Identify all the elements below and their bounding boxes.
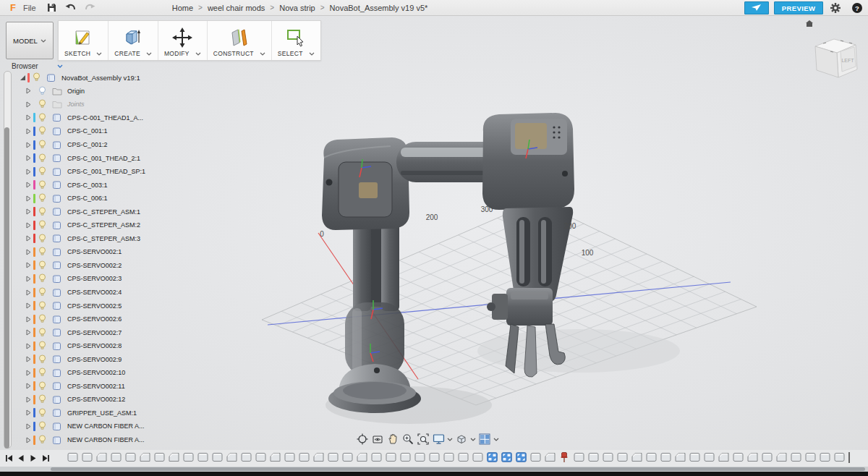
display-settings-chevron[interactable] [447, 438, 453, 441]
timeline-body-icon[interactable] [385, 451, 396, 463]
tree-row[interactable]: CPS-SERVO002:2 [13, 259, 145, 273]
tree-row[interactable]: GRIPPER_USE_ASM:1 [13, 407, 145, 420]
expand-triangle-icon[interactable] [25, 383, 32, 389]
expand-triangle-icon[interactable] [25, 276, 32, 282]
timeline-body-icon[interactable] [240, 451, 252, 463]
timeline-component-icon[interactable] [674, 451, 686, 463]
orbit-icon[interactable] [356, 433, 369, 446]
tree-row[interactable]: CPS-SERVO002:8 [13, 339, 145, 353]
visibility-bulb-icon[interactable] [38, 301, 47, 311]
tree-row[interactable]: CPS-SERVO002:3 [13, 272, 145, 286]
expand-triangle-icon[interactable] [25, 169, 32, 175]
visibility-bulb-icon[interactable] [38, 126, 47, 136]
tool-group-construct[interactable]: CONSTRUCT [208, 21, 272, 60]
timeline-body-icon[interactable] [472, 451, 483, 463]
breadcrumb-folder-2[interactable]: Nova strip [279, 4, 315, 12]
timeline-scrollbar[interactable] [0, 467, 868, 472]
expand-triangle-icon[interactable] [25, 396, 32, 403]
tree-row[interactable]: CPS-C_001_THEAD_SP:1 [13, 165, 145, 179]
look-at-icon[interactable] [371, 433, 384, 446]
expand-triangle-icon[interactable] [25, 370, 32, 376]
timeline-component-icon[interactable] [168, 451, 179, 463]
timeline-body-icon[interactable] [819, 451, 830, 463]
visibility-bulb-icon[interactable] [38, 408, 47, 418]
timeline-body-icon[interactable] [284, 451, 295, 463]
pan-icon[interactable] [386, 433, 399, 446]
timeline-body-icon[interactable] [124, 451, 136, 463]
browser-scrollbar-thumb[interactable] [4, 127, 9, 449]
tree-row[interactable]: CPS-C_STEPER_ASM:3 [13, 232, 145, 246]
expand-triangle-icon[interactable] [25, 222, 32, 229]
expand-triangle-icon[interactable] [25, 182, 32, 188]
undo-icon[interactable] [64, 2, 78, 14]
timeline-body-icon[interactable] [833, 451, 845, 463]
timeline-component-icon[interactable] [544, 451, 556, 463]
expand-triangle-icon[interactable] [25, 208, 32, 215]
visibility-bulb-icon[interactable] [38, 99, 47, 109]
timeline-component-icon[interactable] [226, 451, 237, 463]
timeline-body-icon[interactable] [153, 451, 165, 463]
tree-row[interactable]: NovaBot_Assembly v19:1 [13, 71, 145, 85]
visibility-bulb-icon[interactable] [38, 394, 47, 404]
timeline-body-icon[interactable] [370, 451, 382, 463]
tree-row[interactable]: CPS-C_001_THEAD_2:1 [13, 151, 145, 165]
tree-row[interactable]: CPS-SERVO002:7 [13, 326, 145, 339]
timeline-body-icon[interactable] [211, 451, 223, 463]
visibility-bulb-icon[interactable] [38, 367, 47, 378]
visibility-bulb-icon[interactable] [38, 166, 47, 177]
timeline-body-icon[interactable] [255, 451, 266, 463]
visibility-bulb-icon[interactable] [38, 113, 47, 123]
expand-triangle-icon[interactable] [25, 302, 32, 309]
timeline-body-icon[interactable] [457, 451, 469, 463]
settings-gear-icon[interactable] [828, 2, 843, 14]
tree-row[interactable]: CPS-SERVO002:1 [13, 245, 145, 259]
tree-row[interactable]: CPS-C_STEPER_ASM:2 [13, 218, 145, 232]
timeline-body-icon[interactable] [602, 451, 613, 463]
tree-row[interactable]: CPS-SERVO002:9 [13, 352, 145, 366]
timeline-body-icon[interactable] [645, 451, 657, 463]
tree-row[interactable]: CPS-SERVO002:11 [13, 380, 145, 394]
timeline-skip-end-button[interactable] [41, 453, 50, 463]
timeline-body-icon[interactable] [414, 451, 425, 463]
timeline-body-icon[interactable] [67, 451, 78, 463]
tree-row[interactable]: CPS-SERVO002:6 [13, 313, 145, 326]
timeline-body-icon[interactable] [197, 451, 208, 463]
expand-triangle-icon[interactable] [25, 142, 32, 148]
visibility-bulb-icon[interactable] [38, 140, 47, 150]
expand-triangle-icon[interactable] [25, 155, 32, 161]
expand-triangle-icon[interactable] [25, 262, 32, 268]
visibility-bulb-icon[interactable] [38, 273, 47, 284]
timeline-pin-icon[interactable] [558, 451, 570, 463]
timeline-body-icon[interactable] [587, 451, 599, 463]
expand-triangle-icon[interactable] [25, 409, 32, 416]
tree-row[interactable]: CPS-SERVO002:4 [13, 286, 145, 299]
collapse-triangle-icon[interactable] [19, 75, 26, 81]
tree-row[interactable]: Origin [13, 85, 145, 98]
save-icon[interactable] [45, 2, 59, 14]
tree-row[interactable]: NEW CARBON FIBER A... [13, 433, 145, 447]
zoom-icon[interactable] [401, 433, 414, 446]
timeline-body-icon[interactable] [761, 451, 773, 463]
visibility-bulb-icon[interactable] [38, 247, 47, 257]
visual-style-icon[interactable] [455, 433, 468, 446]
expand-triangle-icon[interactable] [25, 423, 32, 430]
visibility-bulb-icon[interactable] [38, 421, 47, 431]
tool-group-select[interactable]: SELECT [272, 21, 320, 60]
robot-arm-model[interactable] [322, 113, 574, 413]
expand-triangle-icon[interactable] [25, 114, 32, 121]
timeline-component-icon[interactable] [269, 451, 281, 463]
tree-row[interactable]: CPS-C_STEPER_ASM:1 [13, 205, 145, 218]
visibility-bulb-icon[interactable] [38, 180, 47, 190]
timeline-skip-start-button[interactable] [4, 453, 13, 463]
tool-group-modify[interactable]: MODIFY [158, 21, 208, 60]
timeline-body-icon[interactable] [110, 451, 122, 463]
tree-row[interactable]: CPS-SERVO002:5 [13, 299, 145, 313]
timeline-component-icon[interactable] [775, 451, 787, 463]
timeline-body-icon[interactable] [81, 451, 93, 463]
visibility-bulb-icon[interactable] [38, 86, 47, 96]
timeline-scrollbar-thumb[interactable] [51, 467, 865, 471]
tool-group-create[interactable]: CREATE [109, 21, 158, 60]
timeline-component-icon[interactable] [95, 451, 107, 463]
browser-header[interactable]: Browser [12, 62, 63, 70]
workspace-selector[interactable]: MODEL [6, 22, 54, 59]
